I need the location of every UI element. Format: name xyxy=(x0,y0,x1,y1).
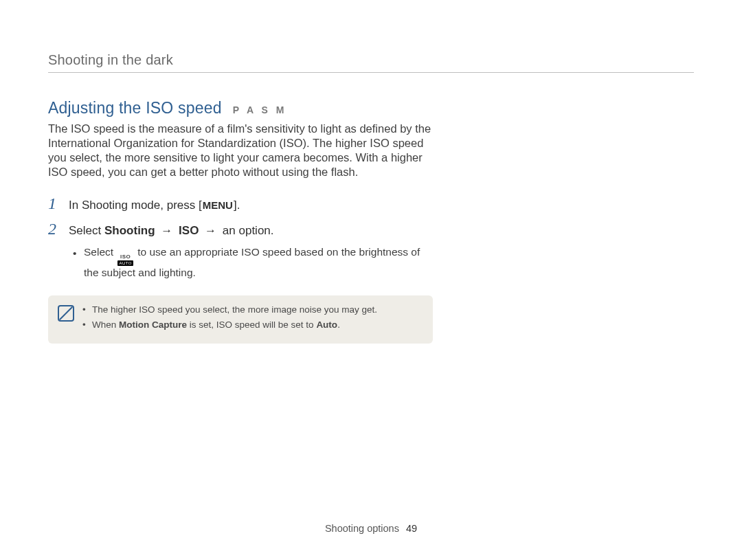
step-text-t1: Select xyxy=(69,224,104,237)
step-text: In Shooting mode, press [MENU]. xyxy=(69,199,240,212)
step-text-prefix: In Shooting mode, press [ xyxy=(69,199,202,212)
note-item: • The higher ISO speed you select, the m… xyxy=(82,304,377,316)
bullet-icon: • xyxy=(82,304,87,316)
note-bold-auto: Auto xyxy=(316,320,337,330)
menu-path-shooting: Shooting xyxy=(104,224,155,237)
substep-post: to use an appropriate ISO speed based on… xyxy=(84,246,420,278)
note-seg: . xyxy=(337,320,340,330)
steps-list: 1 In Shooting mode, press [MENU]. 2 Sele… xyxy=(48,194,433,280)
section-heading: Adjusting the ISO speed xyxy=(48,99,222,117)
content-column: Adjusting the ISO speed P A S M The ISO … xyxy=(48,99,433,344)
intro-paragraph: The ISO speed is the measure of a film's… xyxy=(48,122,433,179)
menu-path-iso: ISO xyxy=(179,224,199,237)
step-text-t4: an option. xyxy=(223,224,274,237)
mode-badges: P A S M xyxy=(233,104,287,115)
note-box: • The higher ISO speed you select, the m… xyxy=(48,295,433,344)
heading-row: Adjusting the ISO speed P A S M xyxy=(48,99,433,117)
iso-auto-bot: AUTO xyxy=(117,260,133,266)
iso-auto-top: ISO xyxy=(120,254,131,260)
note-list: • The higher ISO speed you select, the m… xyxy=(82,304,377,334)
breadcrumb: Shooting in the dark xyxy=(48,52,694,68)
note-seg: is set, ISO speed will be set to xyxy=(187,320,316,330)
step-number: 1 xyxy=(48,194,60,213)
substep: • Select ISO AUTO to use an appropriate … xyxy=(73,245,433,280)
substep-pre: Select xyxy=(84,246,116,258)
note-bold-motion-capture: Motion Capture xyxy=(119,320,187,330)
bullet-icon: • xyxy=(73,245,78,260)
arrow-icon: → xyxy=(155,224,179,237)
step-text-suffix: ]. xyxy=(234,199,240,212)
page-number: 49 xyxy=(406,523,417,534)
step-2: 2 Select Shooting → ISO → an option. xyxy=(48,220,433,238)
substeps: • Select ISO AUTO to use an appropriate … xyxy=(73,245,433,280)
note-text: When Motion Capture is set, ISO speed wi… xyxy=(92,319,340,331)
note-item: • When Motion Capture is set, ISO speed … xyxy=(82,319,377,331)
divider xyxy=(48,72,694,73)
step-text: Select Shooting → ISO → an option. xyxy=(69,224,274,238)
footer-section: Shooting options xyxy=(325,523,399,534)
menu-button-label: MENU xyxy=(202,199,234,211)
arrow-icon: → xyxy=(199,224,222,237)
bullet-icon: • xyxy=(82,319,87,331)
step-number: 2 xyxy=(48,220,60,238)
manual-page: Shooting in the dark Adjusting the ISO s… xyxy=(0,0,742,560)
note-icon xyxy=(58,305,74,322)
iso-auto-icon: ISO AUTO xyxy=(117,254,133,266)
note-seg: When xyxy=(92,320,119,330)
step-1: 1 In Shooting mode, press [MENU]. xyxy=(48,194,433,213)
substep-text: Select ISO AUTO to use an appropriate IS… xyxy=(84,245,433,280)
note-text: The higher ISO speed you select, the mor… xyxy=(92,304,377,316)
page-footer: Shooting options 49 xyxy=(0,523,742,534)
